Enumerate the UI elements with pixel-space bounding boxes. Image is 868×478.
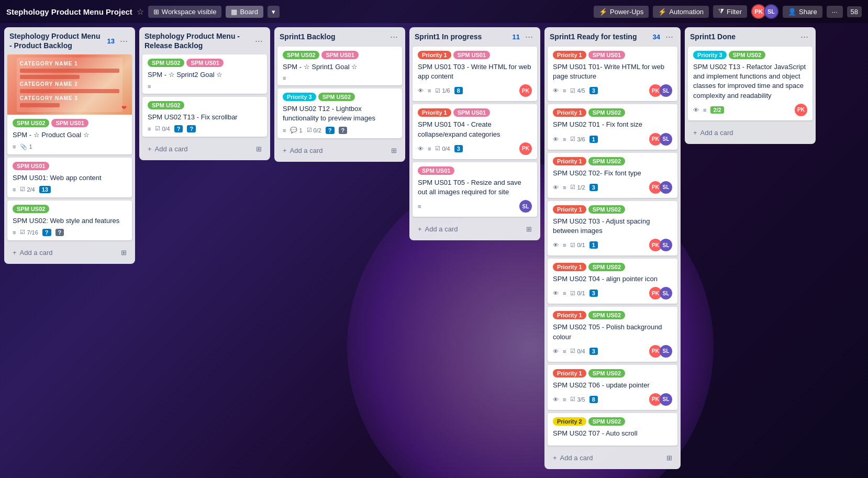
card-rt1-title: SPM US01 T01- Write HTML for web page st… bbox=[553, 62, 672, 81]
add-card-button-rt[interactable]: + Add a card ⊞ bbox=[549, 451, 676, 465]
col-release-backlog: Stephology Product Menu - Release Backlo… bbox=[139, 27, 270, 160]
template-icon[interactable]: ⊞ bbox=[256, 145, 262, 153]
lines-icon: ≡ bbox=[563, 396, 566, 403]
card-rt4-avatars: PK SL bbox=[649, 239, 672, 251]
avatar-pk: PK bbox=[519, 142, 532, 155]
more-button[interactable]: ··· bbox=[827, 6, 843, 18]
check-val: 1/6 bbox=[442, 87, 450, 94]
meta-lines: ≡ bbox=[283, 127, 286, 134]
card-rb1[interactable]: SPM US02 SPM US01 SPM - ☆ Sprint2 Goal ☆… bbox=[142, 54, 267, 93]
col-sprint1-ready-menu[interactable]: ··· bbox=[663, 31, 675, 42]
notification-badge[interactable]: 58 bbox=[847, 6, 862, 17]
col-release-backlog-footer: + Add a card ⊞ bbox=[139, 139, 270, 160]
template-icon[interactable]: ⊞ bbox=[391, 147, 397, 154]
power-ups-button[interactable]: ⚡ Power-Ups bbox=[594, 6, 649, 18]
board-button[interactable]: ▦ Board bbox=[226, 6, 263, 18]
avatar-sl: SL bbox=[660, 345, 672, 358]
col-sprint1-inprogress-header: Sprint1 In progress 11 ··· bbox=[409, 27, 540, 45]
add-card-button-done[interactable]: + Add a card bbox=[689, 126, 811, 140]
eye-icon: 👁 bbox=[553, 184, 559, 191]
card-rt4[interactable]: Priority 1 SPM US02 SPM US02 T03 - Adjus… bbox=[548, 201, 677, 255]
card-ip3[interactable]: SPM US01 SPM US01 T05 - Resize and save … bbox=[413, 162, 537, 217]
eye-icon: 👁 bbox=[418, 146, 424, 152]
col-product-backlog-count: 13 bbox=[107, 37, 115, 45]
lines-icon: ≡ bbox=[428, 87, 431, 94]
tag-priority1: Priority 1 bbox=[553, 369, 586, 377]
card-rt3-tags: Priority 1 SPM US02 bbox=[553, 157, 672, 165]
card-pb1[interactable]: CATEGORY NAME 1 CATEGORY NAME 2 CATEGORY… bbox=[7, 54, 132, 154]
col-sprint1-inprogress-footer: + Add a card ⊞ bbox=[409, 219, 540, 240]
card-rt3[interactable]: Priority 1 SPM US02 SPM US02 T02- Fix fo… bbox=[548, 153, 677, 198]
add-card-button-ip[interactable]: + Add a card ⊞ bbox=[414, 222, 536, 236]
col-release-backlog-menu[interactable]: ··· bbox=[253, 36, 265, 47]
add-card-button-pb[interactable]: + Add a card ⊞ bbox=[8, 246, 131, 260]
card-pb2-title: SPM US01: Web app content bbox=[13, 173, 127, 183]
tag-spm-us01: SPM US01 bbox=[321, 51, 358, 59]
template-icon[interactable]: ⊞ bbox=[526, 225, 532, 233]
card-rt8[interactable]: Priority 2 SPM US02 SPM US02 T07 - Auto … bbox=[548, 413, 677, 446]
add-card-button-rb[interactable]: + Add a card ⊞ bbox=[143, 142, 266, 156]
template-icon[interactable]: ⊞ bbox=[666, 454, 672, 462]
card-sb1-title: SPM - ☆ Sprint1 Goal ☆ bbox=[283, 62, 397, 72]
col-sprint1-inprogress-cards: Priority 1 SPM US01 SPM US01 T03 - Write… bbox=[409, 45, 540, 219]
lines-icon: ≡ bbox=[563, 242, 566, 248]
add-card-button-sb[interactable]: + Add a card ⊞ bbox=[279, 143, 401, 158]
tag-spm-us01: SPM US01 bbox=[453, 51, 490, 59]
meta-lines: ≡ bbox=[13, 186, 16, 193]
lines-icon: ≡ bbox=[563, 348, 566, 354]
card-ip1[interactable]: Priority 1 SPM US01 SPM US01 T03 - Write… bbox=[413, 47, 537, 101]
clip-icon: 📎 bbox=[20, 143, 27, 150]
card-rt3-avatars: PK SL bbox=[649, 181, 672, 194]
meta-lines: ≡ bbox=[563, 396, 566, 403]
filter-button[interactable]: ⧩ Filter bbox=[713, 5, 747, 18]
card-pb2[interactable]: SPM US01 SPM US01: Web app content ≡ ☑ 2… bbox=[7, 158, 132, 197]
meta-badge-8: 8 bbox=[589, 396, 598, 403]
workspace-label: Workspace visible bbox=[162, 8, 217, 16]
star-icon[interactable]: ☆ bbox=[137, 7, 144, 17]
share-button[interactable]: 👤 Share bbox=[783, 6, 822, 18]
card-ip1-avatars: PK bbox=[519, 84, 532, 97]
card-rt6[interactable]: Priority 1 SPM US02 SPM US02 T05 - Polis… bbox=[548, 307, 677, 361]
card-sb1[interactable]: SPM US02 SPM US01 SPM - ☆ Sprint1 Goal ☆… bbox=[277, 47, 402, 85]
check-val: 3/6 bbox=[577, 136, 585, 142]
card-pb1-meta: ≡ 📎 1 bbox=[13, 143, 127, 150]
avatar-group: PK SL bbox=[751, 4, 778, 19]
workspace-visible-button[interactable]: ⊞ Workspace visible bbox=[148, 6, 222, 18]
card-rt2-title: SPM US02 T01 - Fix font size bbox=[553, 120, 672, 129]
workspace-icon: ⊞ bbox=[153, 8, 159, 16]
card-ip1-title: SPM US01 T03 - Write HTML for web app co… bbox=[418, 62, 532, 81]
meta-badge-q2: ? bbox=[187, 125, 196, 132]
automation-button[interactable]: ⚡ Automation bbox=[653, 6, 709, 18]
card-rt7-avatars: PK SL bbox=[649, 393, 672, 406]
card-sb2[interactable]: Priority 3 SPM US02 SPM US02 T12 - Light… bbox=[277, 88, 402, 138]
board-chevron-button[interactable]: ▾ bbox=[268, 6, 280, 18]
board-area: Stephology Product Menu - Product Backlo… bbox=[0, 23, 868, 478]
tag-priority1: Priority 1 bbox=[418, 108, 451, 117]
meta-lines: ≡ bbox=[283, 75, 286, 81]
card-rt7-tags: Priority 1 SPM US02 bbox=[553, 369, 672, 377]
template-icon[interactable]: ⊞ bbox=[121, 249, 127, 257]
meta-eye: 👁 bbox=[418, 146, 424, 152]
card-ip2[interactable]: Priority 1 SPM US01 SPM US01 T04 - Creat… bbox=[413, 104, 537, 159]
card-rt5[interactable]: Priority 1 SPM US02 SPM US02 T04 - align… bbox=[548, 259, 677, 304]
card-sb2-title: SPM US02 T12 - Lightbox functionality to… bbox=[283, 104, 397, 123]
avatar-sl[interactable]: SL bbox=[764, 4, 778, 19]
card-pb3[interactable]: SPM US02 SPM US02: Web style and feature… bbox=[7, 201, 132, 240]
col-sprint1-backlog-menu[interactable]: ··· bbox=[388, 31, 400, 42]
col-product-backlog-menu[interactable]: ··· bbox=[118, 36, 130, 47]
col-sprint1-done-header: Sprint1 Done ··· bbox=[685, 27, 816, 45]
meta-badge-q2: ? bbox=[339, 127, 348, 134]
check-icon: ☑ bbox=[20, 186, 25, 193]
col-sprint1-done-menu[interactable]: ··· bbox=[798, 31, 810, 42]
card-rb2[interactable]: SPM US02 SPM US02 T13 - Fix scrollbar ≡ … bbox=[142, 97, 267, 137]
card-ip1-tags: Priority 1 SPM US01 bbox=[418, 51, 532, 59]
card-rt5-avatars: PK SL bbox=[649, 287, 672, 299]
card-rt2[interactable]: Priority 1 SPM US02 SPM US02 T01 - Fix f… bbox=[548, 104, 677, 149]
card-rt1[interactable]: Priority 1 SPM US01 SPM US01 T01- Write … bbox=[548, 47, 677, 101]
tag-spm-us01: SPM US01 bbox=[588, 51, 625, 59]
check-val: 0/4 bbox=[162, 126, 170, 132]
col-sprint1-inprogress-menu[interactable]: ··· bbox=[523, 31, 535, 42]
card-d1[interactable]: Priority 3 SPM US02 SPM US02 T13 - Refac… bbox=[688, 47, 813, 120]
card-image-inner: CATEGORY NAME 1 CATEGORY NAME 2 CATEGORY… bbox=[17, 58, 123, 112]
card-rt7[interactable]: Priority 1 SPM US02 SPM US02 T06 - updat… bbox=[548, 365, 677, 410]
